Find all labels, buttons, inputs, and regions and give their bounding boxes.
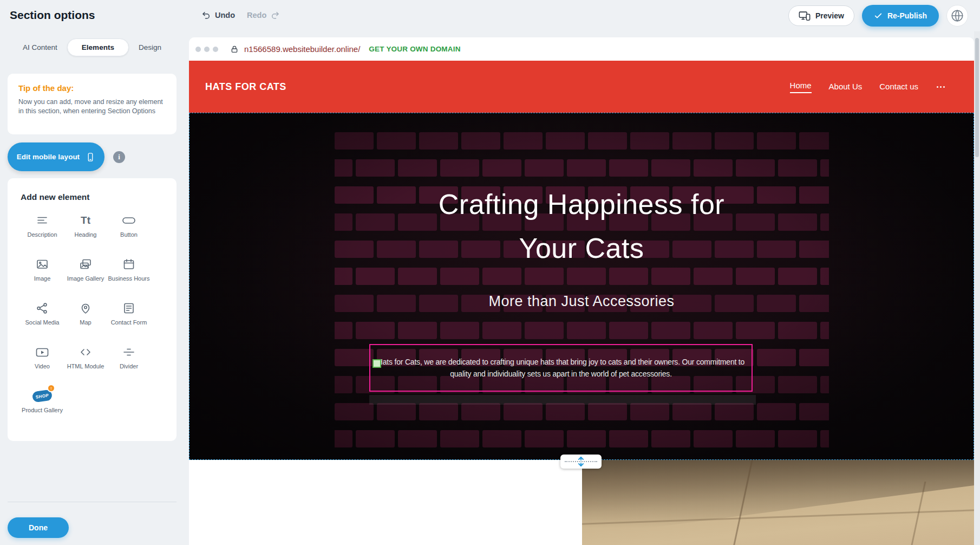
add-element-card: Add new element Description Tt Heading B… — [8, 178, 177, 441]
window-dot-icon — [204, 47, 210, 52]
brick — [398, 159, 437, 177]
element-video[interactable]: Video — [21, 345, 64, 379]
element-social-media[interactable]: Social Media — [21, 301, 64, 335]
nav-item-about[interactable]: About Us — [829, 82, 863, 92]
brick — [525, 159, 564, 177]
brick — [778, 268, 817, 285]
brick — [419, 132, 458, 150]
element-product-gallery[interactable]: SHOP ↑ Product Gallery — [21, 388, 64, 423]
brick — [377, 132, 416, 150]
element-image[interactable]: Image — [21, 257, 64, 291]
brick — [525, 322, 564, 339]
hero-text-block-selected[interactable]: Hats for Cats, we are dedicated to craft… — [369, 344, 753, 392]
brick-row — [335, 430, 829, 447]
element-contact-form[interactable]: Contact Form — [107, 301, 151, 335]
browser-bar: n1566589.websitebuilder.online/ GET YOUR… — [189, 37, 974, 61]
site-nav: Home About Us Contact us — [790, 81, 946, 93]
brick — [672, 403, 711, 420]
brick — [335, 213, 352, 231]
brick — [820, 268, 829, 285]
element-heading[interactable]: Tt Heading — [64, 213, 107, 248]
section-resize-handle[interactable] — [560, 455, 602, 469]
brick — [799, 132, 829, 150]
ellipsis-icon[interactable] — [936, 83, 946, 91]
brick — [820, 430, 829, 447]
element-divider[interactable]: Divider — [107, 345, 151, 379]
element-image-gallery[interactable]: Image Gallery — [64, 257, 107, 291]
brick — [398, 430, 437, 447]
brick — [567, 159, 606, 177]
scrollbar-track — [974, 31, 980, 545]
next-section-image — [582, 460, 974, 545]
brick-row — [335, 403, 829, 420]
element-label: Image — [34, 275, 51, 282]
brick — [440, 430, 479, 447]
element-label: Heading — [75, 231, 97, 238]
phone-icon — [86, 152, 95, 162]
tab-ai-content[interactable]: AI Content — [16, 39, 64, 56]
scrollbar-thumb[interactable] — [975, 38, 979, 157]
hero-section-selected[interactable]: Crafting Happiness for Your Cats More th… — [189, 113, 974, 460]
element-label: Contact Form — [111, 319, 147, 326]
undo-icon — [201, 10, 211, 20]
done-button[interactable]: Done — [8, 517, 69, 538]
element-label: Product Gallery — [22, 407, 63, 414]
info-icon[interactable]: i — [113, 151, 125, 163]
undo-button[interactable]: Undo — [201, 10, 235, 20]
element-button[interactable]: Button — [107, 213, 151, 248]
element-label: Image Gallery — [67, 275, 104, 282]
brick — [335, 349, 374, 366]
lock-icon — [230, 45, 239, 54]
preview-button[interactable]: Preview — [788, 5, 854, 26]
brick — [778, 430, 817, 447]
site-logo[interactable]: HATS FOR CATS — [205, 81, 286, 93]
devices-icon — [799, 10, 811, 22]
element-map[interactable]: Map — [64, 301, 107, 335]
brick — [609, 159, 648, 177]
brick-row — [335, 159, 829, 177]
map-icon — [79, 301, 92, 316]
site-url: n1566589.websitebuilder.online/ — [244, 44, 360, 54]
brick — [356, 213, 395, 231]
tab-design[interactable]: Design — [132, 39, 168, 56]
nav-item-home[interactable]: Home — [790, 81, 812, 93]
get-domain-link[interactable]: GET YOUR OWN DOMAIN — [369, 45, 460, 53]
brick-row — [335, 322, 829, 339]
brick — [820, 376, 829, 393]
element-description[interactable]: Description — [21, 213, 64, 248]
globe-icon — [950, 9, 964, 23]
brick — [356, 159, 395, 177]
brick — [567, 430, 606, 447]
brick — [335, 430, 352, 447]
element-html-module[interactable]: HTML Module — [64, 345, 107, 379]
brick — [778, 376, 817, 393]
brick — [820, 159, 829, 177]
brick — [694, 430, 733, 447]
element-business-hours[interactable]: Business Hours — [107, 257, 151, 291]
hero-subheading[interactable]: More than Just Accessories — [190, 293, 974, 310]
element-label: Divider — [120, 363, 138, 370]
hero-heading[interactable]: Crafting Happiness for Your Cats — [408, 183, 755, 270]
undo-label: Undo — [215, 11, 235, 20]
brick — [736, 430, 775, 447]
language-globe-button[interactable] — [946, 5, 968, 27]
republish-button[interactable]: Re-Publish — [862, 5, 939, 27]
resize-arrows-icon — [577, 456, 585, 467]
site-header: HATS FOR CATS Home About Us Contact us — [189, 61, 974, 113]
divider-icon — [122, 345, 135, 360]
brick — [609, 322, 648, 339]
brick — [651, 430, 690, 447]
brick — [335, 241, 374, 258]
brick — [630, 132, 669, 150]
window-dot-icon — [195, 47, 201, 52]
description-icon — [36, 213, 49, 228]
text-drag-handle[interactable] — [373, 359, 381, 368]
image-gallery-icon — [79, 257, 92, 272]
tab-elements[interactable]: Elements — [67, 38, 129, 56]
elements-grid: Description Tt Heading Button Image — [21, 213, 177, 423]
brick — [482, 322, 521, 339]
redo-label: Redo — [247, 11, 266, 20]
edit-mobile-layout-button[interactable]: Edit mobile layout — [8, 142, 104, 171]
redo-button[interactable]: Redo — [247, 10, 280, 20]
nav-item-contact[interactable]: Contact us — [879, 82, 918, 92]
